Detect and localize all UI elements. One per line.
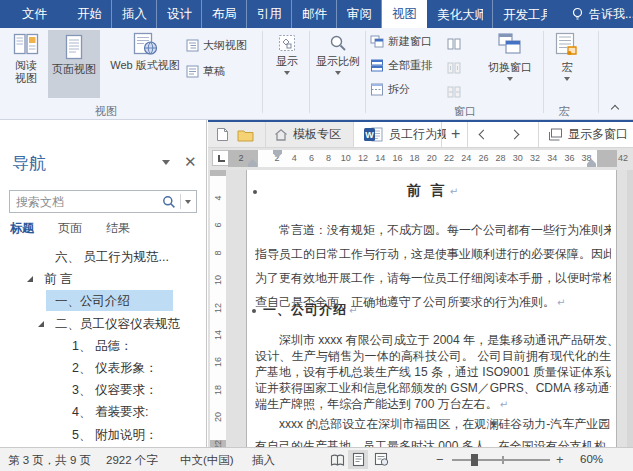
read-view-button[interactable]: 阅读视图 (6, 32, 46, 85)
document-text-line[interactable]: 深圳市 xxxx 有限公司成立于 2004 年，是集移动通讯产品研发、 (255, 332, 611, 348)
nav-tree-item[interactable]: 4、 着装要求: (0, 401, 206, 423)
document-page[interactable]: 前 言↵ 常言道：没有规矩，不成方圆。每一个公司都有一些行为准则来指导员工的日常… (246, 170, 617, 447)
reset-window-position-button[interactable] (447, 84, 461, 102)
arrange-all-icon (370, 59, 384, 72)
document-text-line[interactable]: 常言道：没有规矩，不成方圆。每一个公司都有一些行为准则来 (255, 218, 611, 242)
open-folder-icon[interactable] (237, 128, 254, 146)
next-tab-button[interactable] (510, 130, 520, 140)
draft-view-label: 草稿 (203, 64, 225, 79)
paragraph[interactable]: 常言道：没有规矩，不成方圆。每一个公司都有一些行为准则来指导员工的日常工作与行动… (255, 218, 611, 314)
tab-employee-handbook[interactable]: W 员工行为规范 (363, 122, 446, 147)
web-layout-button[interactable]: Web 版式视图 (102, 32, 188, 72)
document-text-line[interactable]: 设计、生产与销售为一体的高科技公司。 公司目前拥有现代化的生 (255, 348, 611, 364)
document-text-line[interactable]: 为了更有效地开展工作，请每一位员工仔细阅读本手册，以便时常检 (255, 266, 611, 290)
web-layout-status-icon (374, 452, 389, 466)
nav-tree-item[interactable]: 二、员工仪容仪表规范 (0, 313, 206, 335)
switch-windows-button[interactable]: 切换窗口 (482, 32, 538, 81)
hanging-indent-marker[interactable] (248, 159, 257, 167)
search-options-chevron-icon[interactable] (185, 200, 191, 204)
draft-view-button[interactable]: 草稿 (186, 64, 225, 79)
zoom-slider-track[interactable] (452, 459, 550, 461)
tab-template-zone-label: 模板专区 (293, 126, 341, 143)
paragraph[interactable]: 深圳市 xxxx 有限公司成立于 2004 年，是集移动通讯产品研发、设计、生产… (255, 332, 611, 412)
macros-button[interactable]: 宏 (546, 32, 588, 81)
ruler-number: 8 (213, 245, 223, 261)
nav-tab-results[interactable]: 结果 (106, 220, 130, 237)
clipped-text-line[interactable]: 有自己的生产基地，员工最多时达 000 多人，在全国设有分支机构。 (255, 438, 611, 447)
ribbon-tab[interactable]: 视图 (382, 0, 427, 28)
arrange-all-button[interactable]: 全部重排 (370, 58, 432, 73)
outline-view-button[interactable]: 大纲视图 (186, 38, 247, 53)
nav-tree-item[interactable]: 一、公司介绍 (0, 290, 206, 312)
web-layout-status-button[interactable] (374, 452, 389, 470)
document-text-line[interactable]: 端生产牌照，年综合产能达到 700 万台左右。↵ (255, 396, 611, 412)
paragraph[interactable]: xxxx 的总部设立在深圳市福田区，在观澜硅谷动力-汽车产业园 (255, 416, 611, 432)
show-multiple-windows-button[interactable]: 显示多窗口 (548, 122, 628, 147)
zoom-in-button[interactable]: + (556, 452, 564, 467)
nav-tree-item[interactable]: 2、 仪表形象： (0, 357, 206, 379)
split-button[interactable]: 拆分 (370, 82, 410, 97)
tell-me-button[interactable]: 告诉我... (571, 0, 633, 28)
nav-tree-item-label: 3、 仪容要求： (72, 379, 157, 401)
document-text-line[interactable]: xxxx 的总部设立在深圳市福田区，在观澜硅谷动力-汽车产业园 (255, 416, 611, 432)
ribbon-tab[interactable]: 引用 (247, 0, 292, 28)
ribbon-tab[interactable]: 设计 (157, 0, 202, 28)
read-mode-status-button[interactable] (330, 453, 345, 471)
print-layout-status-button[interactable] (352, 452, 365, 471)
new-document-icon[interactable] (216, 127, 229, 146)
ruler-number: 36 (564, 153, 574, 163)
synchronous-scrolling-button[interactable] (447, 60, 461, 78)
ribbon-tab[interactable]: 插入 (112, 0, 157, 28)
word-count[interactable]: 2922 个字 (106, 453, 158, 468)
expand-collapse-arrow[interactable] (27, 276, 33, 282)
ribbon-tab[interactable]: 文件 (8, 0, 61, 28)
nav-tree-item[interactable]: 3、 仪容要求： (0, 379, 206, 401)
nav-close-icon[interactable]: ✕ (184, 153, 197, 171)
page-indicator[interactable]: 第 3 页，共 9 页 (8, 453, 91, 468)
show-dropdown-button[interactable]: 显示 (266, 34, 308, 75)
ribbon-tab[interactable]: 美化大师 (427, 0, 493, 28)
new-tab-button[interactable]: + (451, 125, 460, 143)
ribbon-tab[interactable]: 开始 (67, 0, 112, 28)
ribbon-tab[interactable]: 布局 (202, 0, 247, 28)
nav-tree-item[interactable]: 前 言 (0, 268, 206, 290)
nav-tab-headings[interactable]: 标题 (10, 220, 34, 237)
window-group-label: 窗口 (435, 104, 495, 119)
search-input[interactable] (10, 195, 162, 209)
collapse-ribbon-button[interactable] (611, 105, 619, 113)
horizontal-ruler[interactable]: 2 2468101214161820222426283032343638 (228, 150, 617, 167)
tab-stop-selector[interactable] (212, 150, 229, 166)
document-text-line[interactable]: 产基地，设有手机总装生产线 15 条，通过 ISO9001 质量保证体系认 (255, 364, 611, 380)
nav-options-chevron-icon[interactable] (162, 160, 170, 165)
zoom-slider-thumb[interactable] (471, 454, 478, 466)
ribbon-tab[interactable]: 审阅 (337, 0, 382, 28)
read-view-label: 阅读视图 (13, 59, 39, 85)
nav-tab-pages[interactable]: 页面 (58, 220, 82, 237)
section-heading[interactable]: 一、公司介绍↵ (263, 301, 357, 319)
document-text-line[interactable]: 证并获得国家工业和信息化部颁发的 GSM／GPRS、CDMA 移动通讯终 (255, 380, 611, 396)
tab-template-zone[interactable]: 模板专区 (274, 122, 341, 147)
vertical-scrollbar[interactable] (627, 170, 633, 447)
nav-tree-item[interactable]: 1、 品德： (0, 335, 206, 357)
vertical-ruler[interactable]: 46810121416182022 (210, 170, 226, 447)
ruler-number: 22 (213, 437, 223, 447)
zoom-out-button[interactable]: − (436, 452, 444, 467)
ribbon-tab[interactable]: 开发工具 (493, 0, 557, 28)
nav-tree-item[interactable]: 六、 员工行为规范... (0, 246, 206, 268)
zoom-dropdown-button[interactable]: 显示比例 (312, 34, 364, 75)
view-side-by-side-button[interactable] (447, 36, 461, 54)
print-layout-button[interactable]: 页面视图 (48, 30, 100, 98)
search-icon[interactable] (162, 195, 176, 209)
zoom-percentage[interactable]: 60% (580, 453, 603, 465)
ribbon-tab[interactable]: 邮件 (292, 0, 337, 28)
language-indicator[interactable]: 中文(中国) (180, 453, 234, 468)
nav-tree-item[interactable]: 5、 附加说明： (0, 424, 206, 446)
new-window-button[interactable]: 新建窗口 (370, 34, 432, 49)
ruler-number: 20 (213, 409, 223, 425)
document-title[interactable]: 前 言↵ (255, 182, 610, 200)
insert-mode-indicator[interactable]: 插入 (252, 453, 275, 468)
document-text-line[interactable]: 指导员工的日常工作与行动，这是使事业顺利进行的必要保障。因此 (255, 242, 611, 266)
new-window-icon (370, 35, 384, 48)
expand-collapse-arrow[interactable] (38, 321, 44, 327)
prev-tab-button[interactable] (479, 130, 489, 140)
